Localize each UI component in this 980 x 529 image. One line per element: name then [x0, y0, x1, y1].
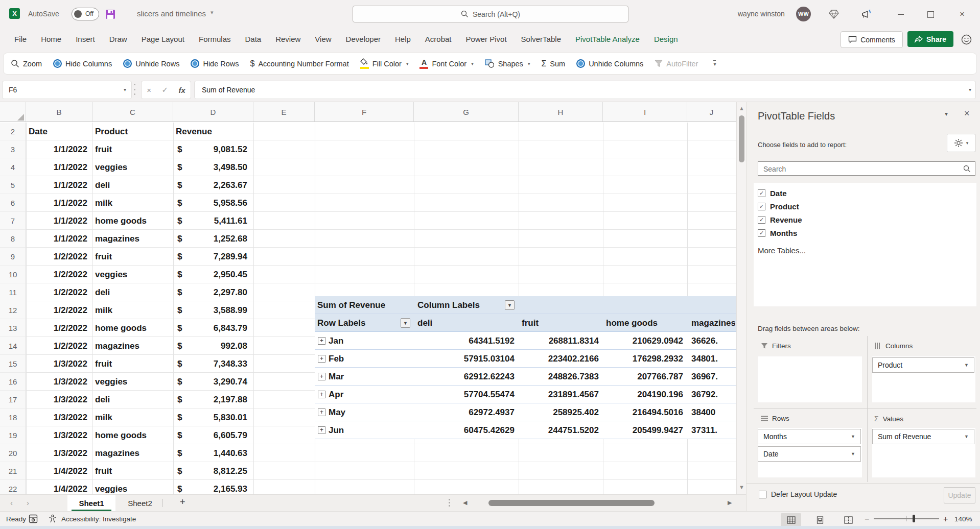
ribbon-tab-insert[interactable]: Insert: [68, 35, 102, 43]
row-header-16[interactable]: 16: [0, 373, 26, 391]
cell-revenue[interactable]: $3,588.99: [173, 301, 253, 319]
add-sheet-button[interactable]: +: [180, 497, 185, 508]
cell-revenue[interactable]: $9,081.52: [173, 140, 253, 158]
column-labels-filter-button[interactable]: ▼: [505, 300, 515, 310]
expand-plus-icon[interactable]: +: [318, 408, 325, 416]
feedback-smiley-icon[interactable]: [960, 33, 973, 46]
cell-product[interactable]: milk: [92, 194, 173, 212]
cell-date[interactable]: 1/4/2022: [26, 480, 87, 494]
cell-product[interactable]: fruit: [92, 248, 173, 266]
rows-field-date[interactable]: Date▼: [758, 446, 861, 462]
row-header-21[interactable]: 21: [0, 462, 26, 480]
cell-date[interactable]: 1/3/2022: [26, 355, 87, 373]
row-header-11[interactable]: 11: [0, 283, 26, 301]
ribbon-tab-design[interactable]: Design: [647, 35, 685, 43]
chevron-down-icon[interactable]: ▼: [964, 434, 969, 439]
column-header-J[interactable]: J: [687, 102, 736, 122]
pivot-value-deli[interactable]: 57704.55474: [419, 386, 515, 403]
fields-search-input[interactable]: [762, 164, 959, 174]
row-header-18[interactable]: 18: [0, 408, 26, 426]
cell-date[interactable]: 1/1/2022: [26, 176, 87, 194]
row-header-15[interactable]: 15: [0, 355, 26, 373]
field-checkbox[interactable]: ✓: [758, 189, 765, 197]
name-box-input[interactable]: [8, 85, 112, 94]
cell-revenue[interactable]: $3,498.50: [173, 158, 253, 176]
pane-chevron-down-icon[interactable]: ▾: [945, 110, 948, 117]
toolbar-unhide-rows-button[interactable]: Unhide Rows: [123, 59, 179, 68]
cell-product[interactable]: veggies: [92, 373, 173, 391]
pivot-value-deli[interactable]: 57915.03104: [419, 350, 515, 368]
cell-header-product[interactable]: Product: [92, 123, 173, 140]
chevron-down-icon[interactable]: ▼: [851, 451, 855, 456]
sheet-nav-prev-icon[interactable]: ‹: [10, 498, 13, 507]
cell-revenue[interactable]: $6,843.79: [173, 319, 253, 337]
cell-product[interactable]: magazines: [92, 337, 173, 355]
toolbar-overflow-chevron-icon[interactable]: ▾: [713, 60, 716, 67]
grid-corner[interactable]: [0, 102, 26, 122]
pane-close-icon[interactable]: ×: [964, 108, 970, 119]
row-header-20[interactable]: 20: [0, 444, 26, 462]
minimize-button[interactable]: [893, 10, 908, 19]
cell-revenue[interactable]: $2,297.80: [173, 283, 253, 301]
macro-record-icon[interactable]: [29, 514, 38, 525]
columns-field-product[interactable]: Product▼: [872, 357, 974, 373]
cell-date[interactable]: 1/3/2022: [26, 391, 87, 408]
cell-date[interactable]: 1/1/2022: [26, 140, 87, 158]
columns-well[interactable]: Product▼: [872, 356, 975, 402]
cell-revenue[interactable]: $2,197.88: [173, 391, 253, 408]
column-header-I[interactable]: I: [603, 102, 687, 122]
field-checkbox[interactable]: ✓: [758, 229, 765, 237]
expand-plus-icon[interactable]: +: [318, 373, 325, 380]
cell-date[interactable]: 1/2/2022: [26, 319, 87, 337]
confirm-entry-icon[interactable]: ✓: [161, 85, 168, 94]
column-header-H[interactable]: H: [519, 102, 603, 122]
ribbon-tab-acrobat[interactable]: Acrobat: [418, 35, 459, 43]
formula-bar-grip-icon[interactable]: [134, 84, 136, 95]
cell-date[interactable]: 1/1/2022: [26, 158, 87, 176]
column-header-D[interactable]: D: [173, 102, 253, 122]
status-accessibility[interactable]: Accessibility: Investigate: [61, 515, 136, 523]
cell-date[interactable]: 1/2/2022: [26, 301, 87, 319]
cell-product[interactable]: deli: [92, 391, 173, 408]
column-header-F[interactable]: F: [315, 102, 414, 122]
expand-plus-icon[interactable]: +: [318, 337, 325, 345]
hscroll-right-icon[interactable]: ▶: [728, 499, 732, 506]
cell-date[interactable]: 1/1/2022: [26, 194, 87, 212]
cell-revenue[interactable]: $6,605.79: [173, 426, 253, 444]
ribbon-tab-pivottable-analyze[interactable]: PivotTable Analyze: [568, 35, 647, 43]
comments-button[interactable]: Comments: [841, 31, 903, 48]
cell-revenue[interactable]: $2,165.93: [173, 480, 253, 494]
expand-plus-icon[interactable]: +: [318, 355, 325, 363]
zoom-out-icon[interactable]: −: [865, 515, 869, 524]
zoom-in-icon[interactable]: +: [943, 515, 948, 524]
horizontal-scroll-thumb[interactable]: [488, 500, 655, 506]
row-header-3[interactable]: 3: [0, 140, 26, 158]
pivot-col-header-magazines[interactable]: magazines: [691, 314, 735, 332]
toolbar-fill-color-button[interactable]: Fill Color▾: [360, 58, 409, 69]
row-header-2[interactable]: 2: [0, 123, 26, 140]
scroll-up-icon[interactable]: ▲: [737, 105, 746, 111]
cell-product[interactable]: fruit: [92, 355, 173, 373]
save-icon[interactable]: [104, 8, 116, 20]
chevron-down-icon[interactable]: ▾: [406, 61, 409, 66]
row-header-10[interactable]: 10: [0, 266, 26, 283]
toolbar-shapes-button[interactable]: Shapes▾: [485, 59, 530, 68]
values-field-sum-of-revenue[interactable]: Sum of Revenue▼: [872, 429, 974, 444]
field-checkbox[interactable]: ✓: [758, 203, 765, 210]
cell-date[interactable]: 1/1/2022: [26, 212, 87, 230]
column-header-B[interactable]: B: [26, 102, 92, 122]
row-header-6[interactable]: 6: [0, 194, 26, 212]
field-item-months[interactable]: ✓Months: [758, 227, 797, 239]
cell-date[interactable]: 1/1/2022: [26, 230, 87, 248]
zoom-slider-thumb[interactable]: [913, 515, 915, 522]
pivot-col-header-fruit[interactable]: fruit: [522, 314, 539, 332]
cell-revenue[interactable]: $8,812.25: [173, 462, 253, 480]
document-title[interactable]: slicers and timelines: [137, 9, 206, 18]
cell-date[interactable]: 1/2/2022: [26, 266, 87, 283]
name-box[interactable]: ▾: [2, 81, 132, 99]
pivot-value-magazines[interactable]: 34801.: [691, 350, 735, 368]
update-button[interactable]: Update: [944, 487, 975, 503]
toolbar-sum-button[interactable]: ΣSum: [541, 59, 565, 68]
page-layout-view-button[interactable]: [810, 513, 830, 526]
whats-new-megaphone-icon[interactable]: [860, 8, 873, 20]
